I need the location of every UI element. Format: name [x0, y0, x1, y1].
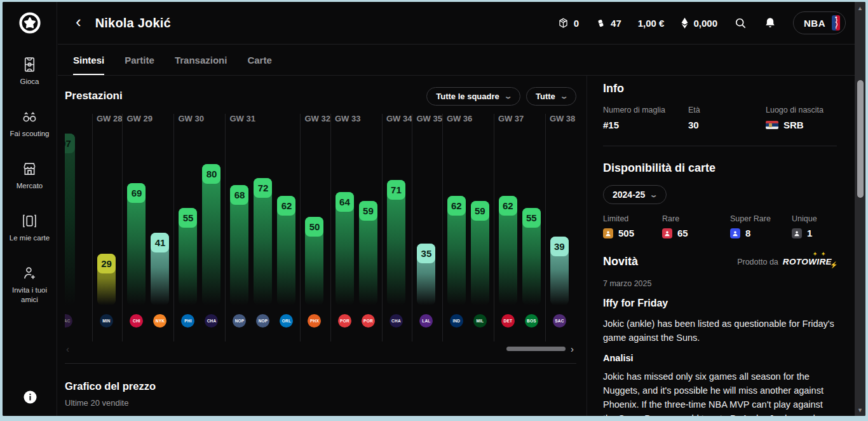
sidebar-item-label: Fai scouting [10, 129, 49, 139]
team-logo-bos: BOS [525, 314, 538, 328]
info-field-label: Età [688, 106, 766, 114]
balance-energy[interactable]: 47 [595, 18, 621, 29]
team-logo-ind: IND [450, 314, 463, 328]
tier-label: Rare [662, 214, 730, 223]
news-date: 7 marzo 2025 [603, 279, 837, 288]
sidebar-item-le-mie-carte[interactable]: Le mie carte [3, 212, 57, 243]
bar-column: 69CHI [127, 183, 146, 328]
score-bar: 71 [387, 180, 405, 305]
gameweek-label: GW 36 [443, 114, 494, 127]
bars-row: 68NOP72NOP62ORL [226, 127, 300, 328]
scroll-left-icon[interactable]: ‹ [66, 343, 69, 354]
info-value-text: SRB [783, 120, 804, 130]
info-value-text: 30 [688, 120, 699, 130]
sidebar-nav: GiocaFai scoutingMercatoLe mie carteInvi… [3, 56, 57, 305]
news-section: Novità Prodotto da ROTOWIRE✦ ✦⚡ 7 marzo … [603, 255, 837, 416]
bar-column: 59MIL [471, 201, 489, 328]
gameweek-group: GW 2829MIN [92, 114, 122, 342]
gameweek-label: GW 30 [174, 114, 225, 127]
bars-row: 55PHI80CHA [174, 127, 225, 328]
score-value: 71 [387, 180, 405, 200]
balance-value: 0,000 [693, 18, 717, 29]
gameweek-label: GW 31 [226, 114, 300, 127]
back-button[interactable]: ‹ [76, 13, 85, 32]
info-icon[interactable] [23, 390, 37, 404]
score-bar: 29 [97, 254, 116, 305]
score-value: 97 [65, 134, 75, 153]
page-header: ‹ Nikola Jokić 0471,00 €0,000 NBA [58, 2, 855, 45]
team-logo-nyk: NYK [153, 314, 166, 328]
scrollbar-down-icon[interactable]: ▼ [855, 407, 865, 413]
sidebar-item-label: Gioca [20, 77, 39, 86]
section-divider [603, 146, 837, 146]
score-value: 55 [522, 208, 541, 228]
team-logo-lal: LAL [419, 314, 433, 328]
gameweek-group: GW 3055PHI80CHA [173, 114, 225, 342]
score-value: 62 [447, 196, 466, 216]
balance-cube[interactable]: 0 [557, 17, 579, 29]
team-logo-phx: PHX [308, 314, 321, 328]
gameweek-group: GW 3839SAC [545, 114, 575, 342]
sidebar-item-invita-i-tuoi-amici[interactable]: Invita i tuoi amici [3, 265, 57, 305]
card-availability-section: Disponibilità di carte 2024-25 ⌄ Limited… [603, 162, 837, 238]
tier-limited: Limited505 [603, 214, 662, 238]
score-value: 80 [202, 164, 220, 184]
info-value-text: #15 [603, 120, 619, 130]
season-dropdown[interactable]: 2024-25 ⌄ [603, 185, 667, 204]
performance-filters: Tutte le squadre⌄Tutte⌄ [426, 87, 576, 106]
scrollbar-up-icon[interactable]: ▲ [855, 5, 865, 11]
sidebar-item-fai-scouting[interactable]: Fai scouting [3, 108, 57, 139]
tab-partite[interactable]: Partite [125, 45, 154, 75]
tab-sintesi[interactable]: Sintesi [73, 45, 104, 75]
price-chart-title: Grafico del prezzo [65, 380, 576, 392]
balance-value: 0 [574, 18, 579, 29]
chevron-down-icon: ⌄ [649, 191, 658, 199]
team-logo-orl: ORL [280, 314, 293, 328]
gameweek-label: GW 28 [93, 114, 122, 127]
gameweek-group: GW 3471CHA [382, 114, 412, 342]
chart-scrollbar-thumb[interactable] [506, 347, 566, 351]
performance-filter-dropdown-1[interactable]: Tutte le squadre⌄ [426, 87, 520, 106]
tier-label: Super Rare [730, 214, 792, 223]
balance-eth[interactable]: 0,000 [681, 17, 717, 29]
score-value: 50 [305, 217, 323, 237]
score-bar: 62 [447, 196, 466, 305]
sidebar-item-gioca[interactable]: Gioca [3, 56, 57, 86]
performance-filter-dropdown-2[interactable]: Tutte⌄ [526, 87, 576, 106]
energy-icon [595, 18, 606, 29]
page-scrollbar: ▲ ▼ [855, 2, 865, 416]
team-logo-chi: CHI [130, 314, 143, 328]
filter-value: Tutte le squadre [436, 92, 499, 101]
tier-value: 1 [792, 228, 837, 238]
bar-column: 59POR [359, 201, 377, 328]
sidebar-item-mercato[interactable]: Mercato [3, 160, 57, 191]
nba-league-switcher[interactable]: NBA [793, 11, 846, 34]
balance-cash[interactable]: 1,00 € [638, 18, 665, 29]
score-value: 59 [471, 201, 489, 221]
score-value: 62 [277, 196, 295, 216]
notifications-bell-icon[interactable] [764, 17, 776, 29]
chart-horizontal-scrollbar: ‹ › [65, 343, 576, 354]
score-value: 59 [359, 201, 377, 221]
scroll-right-icon[interactable]: › [571, 343, 574, 354]
score-value: 35 [417, 244, 435, 263]
gameweek-group: GW 3762DET55BOS [494, 114, 545, 342]
team-logo-nop: NOP [256, 314, 269, 328]
card-tier-icon [730, 228, 740, 238]
header-right: 0471,00 €0,000 NBA [557, 11, 846, 34]
card-tier-icon [662, 228, 672, 238]
page-scrollbar-thumb[interactable] [857, 80, 864, 198]
score-bar: 39 [550, 237, 569, 305]
cube-icon [557, 17, 569, 29]
info-field-label: Numero di maglia [603, 106, 688, 114]
price-chart-subtitle: Ultime 20 vendite [65, 398, 576, 408]
news-headline: Iffy for Friday [603, 298, 837, 309]
gameweek-group: GW 3168NOP72NOP62ORL [225, 114, 300, 342]
search-icon[interactable] [734, 17, 747, 30]
sorare-logo-icon[interactable] [17, 8, 43, 38]
tab-transazioni[interactable]: Transazioni [175, 45, 227, 75]
bar-column: 50PHX [305, 217, 323, 328]
tab-carte[interactable]: Carte [247, 45, 271, 75]
tier-count: 505 [618, 228, 634, 238]
card-tier-icon [603, 228, 613, 238]
